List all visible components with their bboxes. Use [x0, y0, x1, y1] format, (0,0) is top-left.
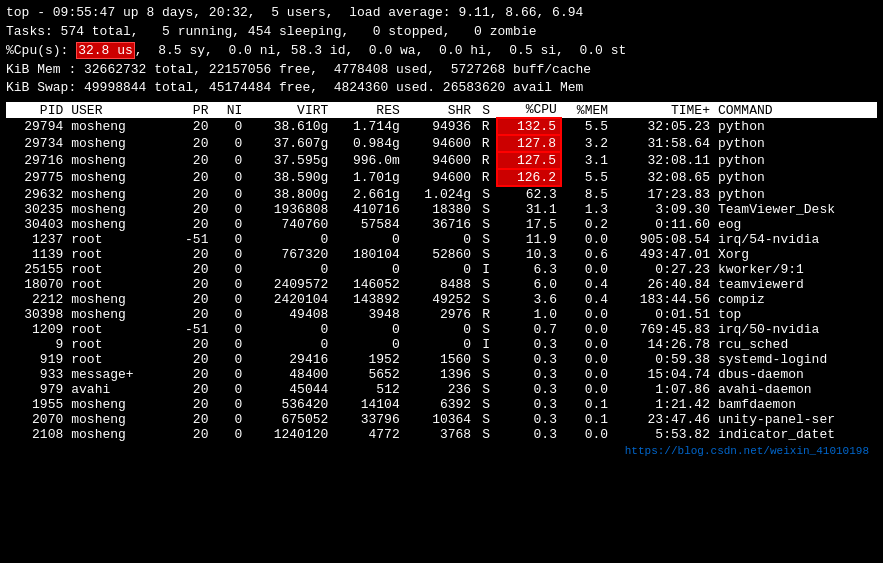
- cell-s: S: [475, 247, 497, 262]
- cell-cmd: top: [714, 307, 877, 322]
- cell-shr: 236: [404, 382, 475, 397]
- cell-s: R: [475, 152, 497, 169]
- cell-pid: 18070: [6, 277, 67, 292]
- cell-s: R: [475, 169, 497, 186]
- cell-shr: 94600: [404, 169, 475, 186]
- cell-cmd: compiz: [714, 292, 877, 307]
- table-header-row: PID USER PR NI VIRT RES SHR S %CPU %MEM …: [6, 102, 877, 118]
- cell-time: 32:08.11: [612, 152, 714, 169]
- cell-cpu: 11.9: [497, 232, 561, 247]
- cell-time: 769:45.83: [612, 322, 714, 337]
- col-header-mem: %MEM: [561, 102, 612, 118]
- cell-cpu: 6.0: [497, 277, 561, 292]
- cell-ni: 0: [212, 367, 246, 382]
- cell-virt: 0: [246, 322, 332, 337]
- cell-res: 0: [332, 322, 403, 337]
- cell-pid: 1237: [6, 232, 67, 247]
- table-row: 2108mosheng200124012047723768S0.30.05:53…: [6, 427, 877, 442]
- cell-s: R: [475, 135, 497, 152]
- cell-pid: 1139: [6, 247, 67, 262]
- cell-shr: 2976: [404, 307, 475, 322]
- cell-pr: -51: [172, 322, 213, 337]
- cell-s: S: [475, 217, 497, 232]
- cell-user: root: [67, 337, 171, 352]
- cell-time: 1:07.86: [612, 382, 714, 397]
- cell-cmd: teamviewerd: [714, 277, 877, 292]
- cell-pr: 20: [172, 382, 213, 397]
- cell-time: 5:53.82: [612, 427, 714, 442]
- cell-res: 996.0m: [332, 152, 403, 169]
- terminal: top - 09:55:47 up 8 days, 20:32, 5 users…: [0, 0, 883, 563]
- cell-cmd: dbus-daemon: [714, 367, 877, 382]
- cell-pr: 20: [172, 169, 213, 186]
- cell-user: mosheng: [67, 152, 171, 169]
- cell-cpu: 0.7: [497, 322, 561, 337]
- cell-pr: 20: [172, 292, 213, 307]
- cell-res: 0: [332, 337, 403, 352]
- cell-virt: 38.590g: [246, 169, 332, 186]
- cell-shr: 8488: [404, 277, 475, 292]
- cell-cmd: eog: [714, 217, 877, 232]
- cell-pid: 933: [6, 367, 67, 382]
- table-row: 1139root20076732018010452860S10.30.6493:…: [6, 247, 877, 262]
- cell-pr: 20: [172, 427, 213, 442]
- cell-shr: 1560: [404, 352, 475, 367]
- cell-virt: 38.800g: [246, 186, 332, 202]
- cell-pr: 20: [172, 277, 213, 292]
- col-header-virt: VIRT: [246, 102, 332, 118]
- cpu-label: %Cpu(s):: [6, 43, 76, 58]
- cell-pr: 20: [172, 367, 213, 382]
- header-line5: KiB Swap: 49998844 total, 45174484 free,…: [6, 79, 877, 98]
- cell-ni: 0: [212, 292, 246, 307]
- col-header-cmd: COMMAND: [714, 102, 877, 118]
- cell-s: S: [475, 277, 497, 292]
- cell-pid: 29632: [6, 186, 67, 202]
- cell-cmd: rcu_sched: [714, 337, 877, 352]
- cell-cmd: indicator_datet: [714, 427, 877, 442]
- cell-mem: 0.0: [561, 322, 612, 337]
- cell-ni: 0: [212, 217, 246, 232]
- cell-cpu: 10.3: [497, 247, 561, 262]
- cell-ni: 0: [212, 397, 246, 412]
- cell-time: 26:40.84: [612, 277, 714, 292]
- cell-cmd: TeamViewer_Desk: [714, 202, 877, 217]
- table-row: 18070root20024095721460528488S6.00.426:4…: [6, 277, 877, 292]
- cell-res: 0: [332, 262, 403, 277]
- cell-user: mosheng: [67, 118, 171, 135]
- cell-time: 17:23.83: [612, 186, 714, 202]
- cell-shr: 3768: [404, 427, 475, 442]
- cell-pr: 20: [172, 397, 213, 412]
- cell-cpu: 17.5: [497, 217, 561, 232]
- cell-shr: 94600: [404, 135, 475, 152]
- cell-ni: 0: [212, 152, 246, 169]
- cell-shr: 0: [404, 322, 475, 337]
- cell-cpu: 0.3: [497, 427, 561, 442]
- cell-virt: 0: [246, 232, 332, 247]
- cell-time: 23:47.46: [612, 412, 714, 427]
- cell-user: mosheng: [67, 397, 171, 412]
- cell-shr: 6392: [404, 397, 475, 412]
- table-row: 9root200000I0.30.014:26.78rcu_sched: [6, 337, 877, 352]
- cell-s: S: [475, 397, 497, 412]
- cell-cpu: 127.5: [497, 152, 561, 169]
- cell-shr: 49252: [404, 292, 475, 307]
- col-header-cpu: %CPU: [497, 102, 561, 118]
- cell-s: S: [475, 412, 497, 427]
- cell-mem: 0.0: [561, 307, 612, 322]
- cell-mem: 0.0: [561, 262, 612, 277]
- cell-mem: 3.2: [561, 135, 612, 152]
- cell-ni: 0: [212, 186, 246, 202]
- col-header-pr: PR: [172, 102, 213, 118]
- watermark: https://blog.csdn.net/weixin_41010198: [6, 444, 877, 460]
- cell-s: S: [475, 322, 497, 337]
- cell-ni: 0: [212, 202, 246, 217]
- cell-cmd: python: [714, 135, 877, 152]
- cell-mem: 0.4: [561, 277, 612, 292]
- header-line4: KiB Mem : 32662732 total, 22157056 free,…: [6, 61, 877, 80]
- cell-cmd: bamfdaemon: [714, 397, 877, 412]
- cell-ni: 0: [212, 169, 246, 186]
- cell-user: mosheng: [67, 307, 171, 322]
- cell-mem: 0.0: [561, 382, 612, 397]
- cell-pid: 29734: [6, 135, 67, 152]
- table-row: 29734mosheng20037.607g0.984g94600R127.83…: [6, 135, 877, 152]
